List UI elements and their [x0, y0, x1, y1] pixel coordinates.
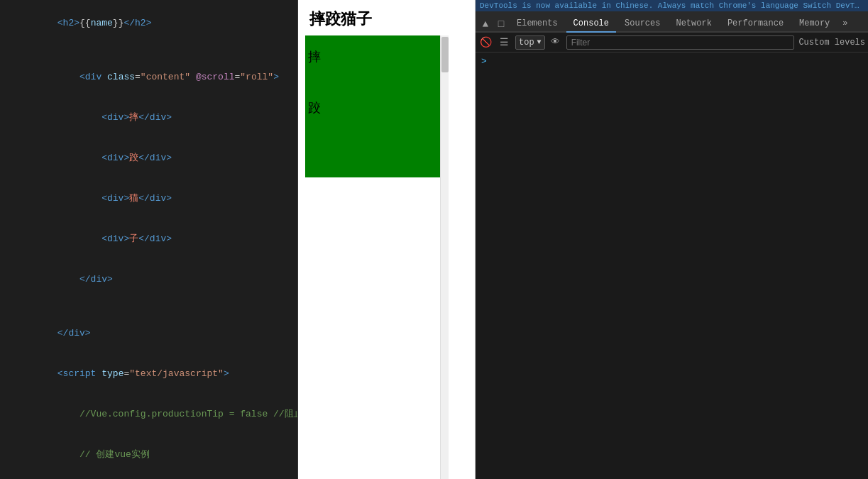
- tab-console[interactable]: Console: [566, 16, 616, 33]
- code-editor: <h2>{{name}}</h2> <div class="content" @…: [0, 0, 298, 479]
- preview-scroll-area: 摔 跤: [298, 35, 475, 479]
- code-line: const vm = new Vue({: [0, 475, 297, 479]
- custom-levels-button[interactable]: Custom levels: [798, 38, 865, 48]
- tab-sources[interactable]: Sources: [617, 16, 667, 33]
- code-line: // 创建vue实例: [0, 434, 297, 475]
- tab-elements[interactable]: Elements: [510, 16, 565, 33]
- tab-more-icon[interactable]: »: [838, 16, 852, 31]
- eye-icon[interactable]: 👁: [549, 36, 562, 49]
- console-prompt-icon: >: [481, 56, 487, 67]
- clear-console-icon[interactable]: 🚫: [478, 35, 493, 50]
- console-prompt-line: >: [476, 55, 868, 68]
- code-line: </div>: [0, 259, 297, 299]
- preview-scrollbar[interactable]: [440, 35, 449, 479]
- code-line: <div>猫</div>: [0, 178, 297, 219]
- preview-green-box: 摔 跤: [305, 35, 440, 177]
- filter-icon[interactable]: ☰: [497, 35, 511, 50]
- preview-char-top: 摔: [308, 48, 321, 65]
- tab-memory[interactable]: Memory: [792, 16, 837, 33]
- preview-char-mid: 跤: [308, 99, 321, 116]
- code-line: </div>: [0, 313, 297, 353]
- console-output: >: [476, 53, 868, 479]
- scrollbar-thumb[interactable]: [441, 37, 449, 72]
- devtools-tabs: ▲ □ Elements Console Sources Network Per…: [476, 11, 868, 33]
- code-line: <h2>{{name}}</h2>: [0, 3, 297, 43]
- preview-title: 摔跤猫子: [298, 0, 475, 35]
- inspect-icon[interactable]: □: [494, 17, 508, 31]
- code-line: <div>摔</div>: [0, 97, 297, 138]
- devtools-panel: DevTools is now available in Chinese. Al…: [476, 0, 868, 479]
- code-line: [0, 299, 297, 313]
- device-toolbar-icon[interactable]: ▲: [478, 17, 493, 31]
- tab-performance[interactable]: Performance: [720, 16, 791, 33]
- code-line: <div class="content" @scroll="roll">: [0, 57, 297, 97]
- preview-panel: 摔跤猫子 摔 跤: [298, 0, 476, 479]
- code-line: <div>子</div>: [0, 219, 297, 259]
- code-line: <div>跤</div>: [0, 138, 297, 178]
- tab-network[interactable]: Network: [669, 16, 718, 33]
- console-toolbar: 🚫 ☰ top ▼ 👁 Custom levels: [476, 33, 868, 53]
- code-line: //Vue.config.productionTip = false //阻止 …: [0, 394, 297, 434]
- code-line: [0, 43, 297, 57]
- chevron-down-icon: ▼: [537, 38, 542, 46]
- devtools-banner: DevTools is now available in Chinese. Al…: [476, 0, 868, 11]
- code-line: <script type="text/javascript">: [0, 353, 297, 394]
- context-selector[interactable]: top ▼: [515, 35, 545, 50]
- console-filter-input[interactable]: [566, 35, 795, 50]
